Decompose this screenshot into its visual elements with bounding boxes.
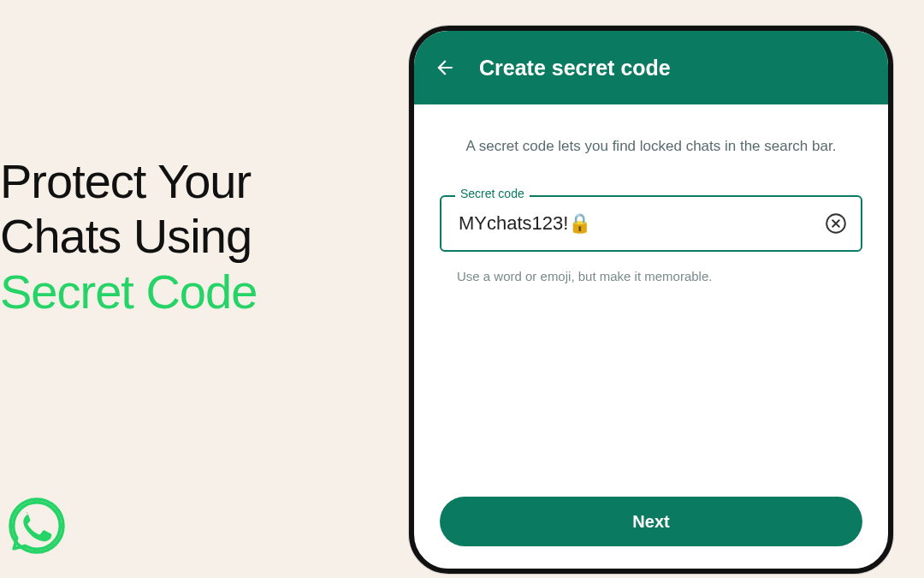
secret-code-input[interactable] <box>459 212 814 235</box>
clear-button[interactable] <box>823 211 849 236</box>
description-text: A secret code lets you find locked chats… <box>440 135 862 158</box>
close-circle-icon <box>825 212 847 235</box>
field-label: Secret code <box>455 187 530 200</box>
field-hint: Use a word or emoji, but make it memorab… <box>440 269 862 283</box>
promo-headline-block: Protect Your Chats Using Secret Code <box>0 154 359 319</box>
arrow-left-icon <box>434 57 456 79</box>
app-bar: Create secret code <box>414 31 888 104</box>
headline: Protect Your Chats Using Secret Code <box>0 154 359 319</box>
back-button[interactable] <box>433 56 457 80</box>
headline-accent: Secret Code <box>0 265 257 319</box>
screen-title: Create secret code <box>479 56 671 80</box>
next-button-label: Next <box>632 512 669 532</box>
secret-code-field-wrap: Secret code <box>440 195 862 252</box>
whatsapp-logo-icon <box>9 498 65 554</box>
headline-line2: Chats Using <box>0 209 252 263</box>
spacer <box>440 283 862 498</box>
phone-frame: Create secret code A secret code lets yo… <box>409 26 893 574</box>
next-button[interactable]: Next <box>440 497 862 546</box>
headline-line1: Protect Your <box>0 154 251 208</box>
screen-content: A secret code lets you find locked chats… <box>414 104 888 569</box>
secret-code-field[interactable] <box>440 195 862 252</box>
